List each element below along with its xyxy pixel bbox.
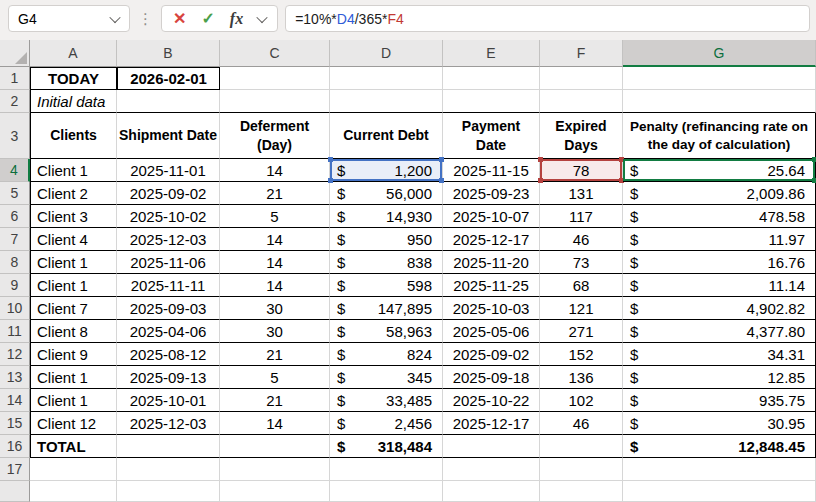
cell-B15[interactable]: 2025-12-03 (117, 412, 220, 435)
cell-E2[interactable] (443, 90, 540, 113)
cell-E6[interactable]: 2025-10-07 (443, 205, 540, 228)
row-header-16[interactable]: 16 (0, 435, 30, 458)
cell-G12[interactable]: $34.31 (623, 343, 816, 366)
selection-handle[interactable] (812, 178, 816, 183)
cell-B13[interactable]: 2025-09-13 (117, 366, 220, 389)
selection-handle[interactable] (328, 157, 333, 162)
cell-F10[interactable]: 121 (540, 297, 623, 320)
cell-E15[interactable]: 2025-12-17 (443, 412, 540, 435)
cell-C7[interactable]: 14 (220, 228, 330, 251)
cell-D14[interactable]: $33,485 (330, 389, 443, 412)
cell-B8[interactable]: 2025-11-06 (117, 251, 220, 274)
cell-E14[interactable]: 2025-10-22 (443, 389, 540, 412)
row-header-2[interactable]: 2 (0, 90, 30, 113)
insert-function-icon[interactable]: fx (230, 10, 243, 28)
column-header-D[interactable]: D (330, 40, 443, 67)
cell-A18[interactable] (30, 481, 117, 502)
cell-E16[interactable] (443, 435, 540, 458)
cell-C17[interactable] (220, 458, 330, 481)
cell-E7[interactable]: 2025-12-17 (443, 228, 540, 251)
cell-E4[interactable]: 2025-11-15 (443, 159, 540, 182)
cell-A15[interactable]: Client 12 (30, 412, 117, 435)
column-header-E[interactable]: E (443, 40, 540, 67)
cell-B14[interactable]: 2025-10-01 (117, 389, 220, 412)
cell-B16[interactable] (117, 435, 220, 458)
cell-B18[interactable] (117, 481, 220, 502)
select-all-corner[interactable] (0, 40, 30, 67)
cell-D18[interactable] (330, 481, 443, 502)
row-header-6[interactable]: 6 (0, 205, 30, 228)
cell-C11[interactable]: 30 (220, 320, 330, 343)
selection-handle[interactable] (328, 178, 333, 183)
cell-E10[interactable]: 2025-10-03 (443, 297, 540, 320)
selection-handle[interactable] (538, 178, 543, 183)
cell-G11[interactable]: $4,377.80 (623, 320, 816, 343)
cell-A1[interactable]: TODAY (30, 67, 117, 90)
cell-E1[interactable] (443, 67, 540, 90)
cell-C15[interactable]: 14 (220, 412, 330, 435)
cell-C8[interactable]: 14 (220, 251, 330, 274)
cell-A6[interactable]: Client 3 (30, 205, 117, 228)
cell-C13[interactable]: 5 (220, 366, 330, 389)
column-header-B[interactable]: B (117, 40, 220, 67)
cell-D5[interactable]: $56,000 (330, 182, 443, 205)
column-header-C[interactable]: C (220, 40, 330, 67)
cell-F4[interactable]: 78 (540, 159, 623, 182)
cell-C9[interactable]: 14 (220, 274, 330, 297)
cell-B6[interactable]: 2025-10-02 (117, 205, 220, 228)
cell-F1[interactable] (540, 67, 623, 90)
formula-input[interactable]: =10%*D4/365*F4 (285, 5, 810, 32)
selection-handle[interactable] (439, 157, 444, 162)
cell-G4[interactable]: $25.64 (623, 159, 816, 182)
cell-C2[interactable] (220, 90, 330, 113)
cell-A13[interactable]: Client 1 (30, 366, 117, 389)
cell-E9[interactable]: 2025-11-25 (443, 274, 540, 297)
cell-B3[interactable]: Shipment Date (117, 113, 220, 159)
row-header-3[interactable]: 3 (0, 113, 30, 159)
cell-D3[interactable]: Current Debt (330, 113, 443, 159)
column-header-A[interactable]: A (30, 40, 117, 67)
row-header-13[interactable]: 13 (0, 366, 30, 389)
cell-B7[interactable]: 2025-12-03 (117, 228, 220, 251)
cell-A9[interactable]: Client 1 (30, 274, 117, 297)
cell-B4[interactable]: 2025-11-01 (117, 159, 220, 182)
cell-B5[interactable]: 2025-09-02 (117, 182, 220, 205)
cell-F7[interactable]: 46 (540, 228, 623, 251)
cell-B2[interactable] (117, 90, 220, 113)
cell-C3[interactable]: Deferment (Day) (220, 113, 330, 159)
cell-B12[interactable]: 2025-08-12 (117, 343, 220, 366)
cell-G10[interactable]: $4,902.82 (623, 297, 816, 320)
cell-G3[interactable]: Penalty (refinancing rate on the day of … (623, 113, 816, 159)
column-header-F[interactable]: F (540, 40, 623, 67)
cell-G5[interactable]: $2,009.86 (623, 182, 816, 205)
cell-F13[interactable]: 136 (540, 366, 623, 389)
cell-A5[interactable]: Client 2 (30, 182, 117, 205)
cell-B9[interactable]: 2025-11-11 (117, 274, 220, 297)
cell-C18[interactable] (220, 481, 330, 502)
cell-E11[interactable]: 2025-05-06 (443, 320, 540, 343)
cell-G14[interactable]: $935.75 (623, 389, 816, 412)
cell-D13[interactable]: $345 (330, 366, 443, 389)
cell-A2[interactable]: Initial data (30, 90, 117, 113)
cell-D1[interactable] (330, 67, 443, 90)
row-header-9[interactable]: 9 (0, 274, 30, 297)
cell-E18[interactable] (443, 481, 540, 502)
cell-D4[interactable]: $1,200 (330, 159, 443, 182)
cell-C1[interactable] (220, 67, 330, 90)
cell-F18[interactable] (540, 481, 623, 502)
cell-F9[interactable]: 68 (540, 274, 623, 297)
cell-G6[interactable]: $478.58 (623, 205, 816, 228)
cell-G16[interactable]: $12,848.45 (623, 435, 816, 458)
cell-G1[interactable] (623, 67, 816, 90)
cell-B11[interactable]: 2025-04-06 (117, 320, 220, 343)
cell-A11[interactable]: Client 8 (30, 320, 117, 343)
cell-G9[interactable]: $11.14 (623, 274, 816, 297)
cell-D12[interactable]: $824 (330, 343, 443, 366)
cell-B17[interactable] (117, 458, 220, 481)
row-header-5[interactable]: 5 (0, 182, 30, 205)
enter-icon[interactable]: ✓ (201, 9, 214, 28)
cell-F2[interactable] (540, 90, 623, 113)
cell-E12[interactable]: 2025-09-02 (443, 343, 540, 366)
cell-A3[interactable]: Clients (30, 113, 117, 159)
row-header-11[interactable]: 11 (0, 320, 30, 343)
